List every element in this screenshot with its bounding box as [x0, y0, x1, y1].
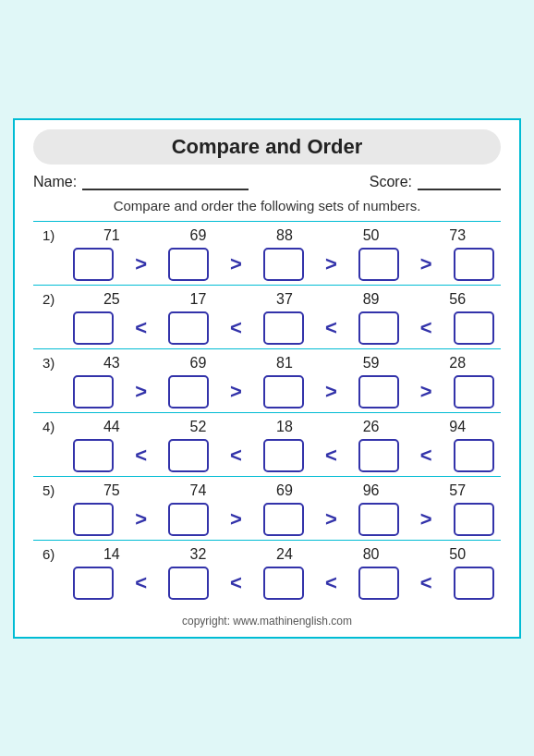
number-value: 69 [261, 482, 308, 499]
operator-3-4: > [412, 380, 440, 404]
number-value: 69 [175, 227, 221, 244]
operator-2-2: < [223, 316, 250, 340]
numbers-group-2: 2517378956 [68, 291, 501, 308]
answer-box-6-1[interactable] [73, 567, 114, 600]
problem-num-5: 5) [42, 482, 68, 498]
answer-box-5-4[interactable] [358, 503, 399, 536]
boxes-group-3: >>>> [67, 375, 501, 408]
name-section: Name: [33, 174, 249, 190]
answer-box-3-1[interactable] [73, 375, 114, 408]
problem-num-3: 3) [42, 355, 68, 371]
number-value: 26 [348, 419, 394, 435]
answer-box-1-4[interactable] [358, 248, 399, 281]
boxes-line-1: >>>> [33, 248, 501, 281]
number-value: 71 [89, 227, 135, 244]
score-line[interactable] [418, 174, 501, 190]
boxes-group-2: <<<< [67, 311, 501, 345]
answer-box-3-2[interactable] [168, 375, 209, 408]
answer-box-1-1[interactable] [73, 248, 114, 281]
operator-6-4: < [412, 571, 440, 595]
name-score-row: Name: Score: [33, 174, 501, 190]
answer-box-2-4[interactable] [358, 311, 399, 345]
operator-2-1: < [127, 316, 155, 340]
number-value: 14 [89, 546, 135, 563]
name-label: Name: [33, 174, 77, 190]
answer-box-4-4[interactable] [358, 439, 399, 472]
answer-box-1-2[interactable] [168, 248, 209, 281]
numbers-line-1: 1)7169885073 [33, 227, 501, 244]
title-bar: Compare and Order [33, 129, 501, 165]
boxes-line-2: <<<< [33, 311, 501, 345]
operator-6-2: < [223, 571, 250, 595]
answer-box-3-3[interactable] [263, 375, 304, 408]
name-line[interactable] [82, 174, 249, 190]
number-value: 75 [89, 482, 135, 499]
number-value: 81 [261, 355, 308, 372]
problem-row-1: 1)7169885073>>>> [33, 221, 501, 285]
boxes-group-1: >>>> [67, 248, 501, 281]
page-title: Compare and Order [172, 135, 363, 158]
answer-box-5-1[interactable] [73, 503, 114, 536]
answer-box-6-2[interactable] [168, 567, 209, 600]
number-value: 44 [89, 419, 135, 435]
operator-5-2: > [223, 507, 250, 531]
operator-6-3: < [317, 571, 345, 595]
operator-4-2: < [223, 444, 250, 468]
answer-box-2-1[interactable] [73, 311, 114, 345]
number-value: 74 [175, 482, 221, 499]
number-value: 32 [175, 546, 221, 563]
number-value: 94 [434, 419, 480, 435]
problem-num-4: 4) [42, 419, 68, 434]
operator-1-2: > [223, 252, 250, 276]
operator-5-4: > [412, 507, 440, 531]
operator-5-3: > [317, 507, 345, 531]
numbers-group-1: 7169885073 [68, 227, 501, 244]
number-value: 43 [89, 355, 135, 372]
answer-box-1-5[interactable] [454, 248, 494, 281]
number-value: 25 [89, 291, 135, 308]
numbers-group-5: 7574699657 [68, 482, 501, 499]
worksheet: Compare and Order Name: Score: Compare a… [13, 118, 521, 639]
answer-box-5-2[interactable] [168, 503, 209, 536]
answer-box-2-5[interactable] [454, 311, 494, 345]
number-value: 50 [434, 546, 480, 563]
answer-box-6-3[interactable] [263, 567, 304, 600]
answer-box-3-5[interactable] [454, 375, 494, 408]
operator-1-4: > [412, 252, 440, 276]
operator-4-4: < [412, 444, 440, 468]
number-value: 80 [348, 546, 394, 563]
problem-num-2: 2) [42, 291, 68, 307]
answer-box-3-4[interactable] [358, 375, 399, 408]
number-value: 88 [261, 227, 308, 244]
answer-box-6-5[interactable] [454, 567, 494, 600]
number-value: 57 [434, 482, 480, 499]
answer-box-4-1[interactable] [73, 439, 114, 472]
answer-box-4-3[interactable] [263, 439, 304, 472]
answer-box-4-2[interactable] [168, 439, 209, 472]
number-value: 69 [175, 355, 221, 372]
number-value: 50 [348, 227, 394, 244]
answer-box-6-4[interactable] [358, 567, 399, 600]
problem-row-3: 3)4369815928>>>> [33, 348, 501, 412]
answer-box-4-5[interactable] [454, 439, 494, 472]
answer-box-5-5[interactable] [454, 503, 494, 536]
boxes-line-6: <<<< [33, 567, 501, 600]
answer-box-2-2[interactable] [168, 311, 209, 345]
operator-6-1: < [127, 571, 155, 595]
numbers-line-5: 5)7574699657 [33, 482, 501, 499]
number-value: 28 [434, 355, 480, 372]
problem-row-4: 4)4452182694<<<< [33, 412, 501, 476]
operator-1-3: > [317, 252, 345, 276]
problem-num-1: 1) [42, 227, 68, 243]
boxes-line-4: <<<< [33, 439, 501, 472]
answer-box-5-3[interactable] [263, 503, 304, 536]
number-value: 18 [261, 419, 308, 435]
numbers-line-3: 3)4369815928 [33, 355, 501, 372]
answer-box-1-3[interactable] [263, 248, 304, 281]
score-label: Score: [370, 174, 412, 190]
number-value: 73 [434, 227, 480, 244]
problem-row-6: 6)1432248050<<<< [33, 540, 501, 604]
answer-box-2-3[interactable] [263, 311, 304, 345]
copyright: copyright: www.mathinenglish.com [33, 611, 501, 628]
operator-2-4: < [412, 316, 440, 340]
